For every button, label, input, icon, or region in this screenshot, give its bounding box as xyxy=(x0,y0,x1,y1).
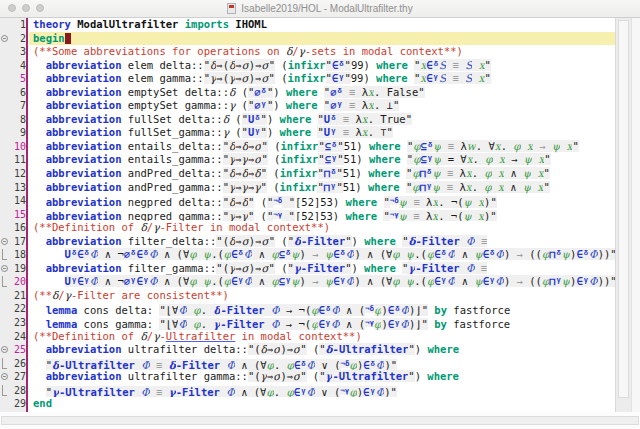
code-token: ≡ xyxy=(150,386,169,398)
code-token: " xyxy=(384,196,390,208)
code-token: ψ xyxy=(291,248,299,260)
fold-continuation-icon[interactable] xyxy=(2,358,7,369)
fold-continuation-icon[interactable] xyxy=(2,249,7,260)
code-line[interactable]: 19 abbreviation filter_gamma::"(γ⇒σ)⇒σ" … xyxy=(0,262,615,276)
fold-continuation-icon[interactable] xyxy=(2,385,7,396)
code-token: ) xyxy=(381,318,387,330)
code-text[interactable]: abbreviation negpred_gamma::"γ⇒γ" ("¬γ_"… xyxy=(29,208,615,222)
code-text[interactable]: abbreviation fullSet delta::δ ("Uᵟ") whe… xyxy=(29,113,615,127)
code-text[interactable]: begin xyxy=(29,32,615,46)
code-text[interactable]: abbreviation filter_gamma::"(γ⇒σ)⇒σ" ("γ… xyxy=(29,262,615,276)
code-line[interactable]: 3(**Some abbreviations for operations on… xyxy=(0,45,615,59)
code-line[interactable]: 4 abbreviation elem delta::"δ⇒(δ⇒σ)⇒σ" (… xyxy=(0,59,615,73)
code-text[interactable]: "γ-Ultrafilter Φ ≡ γ-Filter Φ ∧ (∀φ. φ∈ᵞ… xyxy=(29,384,615,398)
fold-open-icon[interactable] xyxy=(1,35,8,42)
code-line[interactable]: 11 abbreviation entails_gamma::"γ⇒γ⇒σ" (… xyxy=(0,153,615,167)
vertical-scrollbar[interactable] xyxy=(615,18,631,412)
code-text[interactable]: abbreviation entails_gamma::"γ⇒γ⇒σ" (inf… xyxy=(29,153,615,167)
code-text[interactable]: abbreviation elem delta::"δ⇒(δ⇒σ)⇒σ" (in… xyxy=(29,59,615,73)
code-line[interactable]: 2begin xyxy=(0,32,615,46)
horizontal-scrollbar-track[interactable] xyxy=(1,416,639,425)
code-text[interactable]: lemma cons delta: "⌊∀Φ φ. δ-Filter Φ → ¬… xyxy=(29,302,615,316)
code-text[interactable]: Uᵟ∈ᵟΦ ∧ ¬∅ᵟ∈ᵟΦ ∧ (∀φ ψ.(φ∈ᵟΦ ∧ φ⊆ᵟψ) → ψ… xyxy=(29,248,615,262)
code-text[interactable]: Uᵞ∈ᵞΦ ∧ ¬∅ᵞ∈ᵞΦ ∧ (∀φ ψ.(φ∈ᵞΦ ∧ φ⊆ᵞψ) → ψ… xyxy=(29,275,615,289)
code-line[interactable]: 29end xyxy=(0,397,615,411)
code-line[interactable]: 21(**δ/γ-Filter are consistent**) xyxy=(0,289,615,303)
fold-continuation-icon[interactable] xyxy=(2,276,7,287)
close-button[interactable] xyxy=(8,4,16,12)
code-line[interactable]: 28 "γ-Ultrafilter Φ ≡ γ-Filter Φ ∧ (∀φ. … xyxy=(0,384,615,398)
minimize-button[interactable] xyxy=(22,4,30,12)
code-text[interactable]: abbreviation andPred_gamma::"γ⇒γ⇒γ" (inf… xyxy=(29,181,615,195)
code-line[interactable]: 6 abbreviation emptySet delta::δ ("∅ᵟ") … xyxy=(0,86,615,100)
code-text[interactable]: abbreviation andPred_delta::"δ⇒δ⇒δ" (inf… xyxy=(29,167,615,181)
code-text[interactable]: (**δ/γ-Filter are consistent**) xyxy=(29,289,615,303)
code-text[interactable]: lemma cons gamma: "⌊∀Φ φ. γ-Filter Φ → ¬… xyxy=(29,316,615,330)
code-token: x xyxy=(479,72,485,84)
code-token: δ xyxy=(52,359,59,371)
code-line[interactable]: 12 abbreviation andPred_delta::"δ⇒δ⇒δ" (… xyxy=(0,167,615,181)
code-token xyxy=(400,181,406,193)
fold-open-icon[interactable] xyxy=(1,238,8,245)
code-token: Uᵟ xyxy=(248,113,261,125)
code-token: Uᵞ xyxy=(324,126,337,138)
code-token: ∈ᵞ xyxy=(363,386,376,398)
fold-open-icon[interactable] xyxy=(1,373,8,380)
code-line[interactable]: 16(**Definition of δ/γ-Filter in modal c… xyxy=(0,221,615,235)
code-line[interactable]: 17 abbreviation filter_delta::"(δ⇒σ)⇒σ" … xyxy=(0,235,615,249)
code-token: φ xyxy=(412,167,419,179)
fold-open-icon[interactable] xyxy=(1,346,8,353)
code-line[interactable]: 9 abbreviation fullSet_gamma::γ ("Uᵞ") w… xyxy=(0,126,615,140)
horizontal-scrollbar[interactable] xyxy=(0,412,640,429)
code-line[interactable]: 8 abbreviation fullSet delta::δ ("Uᵟ") w… xyxy=(0,113,615,127)
code-line[interactable]: 27 abbreviation ultrafilter gamma::"(γ⇒σ… xyxy=(0,370,615,384)
code-text[interactable]: abbreviation emptySet delta::δ ("∅ᵟ") wh… xyxy=(29,86,615,100)
code-text[interactable]: abbreviation entails_delta::"δ⇒δ⇒σ" (inf… xyxy=(29,140,615,154)
code-text[interactable]: "δ-Ultrafilter Φ ≡ δ-Filter Φ ∧ (∀φ. φ∈ᵟ… xyxy=(29,357,615,371)
fold-column xyxy=(0,86,9,100)
code-line[interactable]: 23 lemma cons gamma: "⌊∀Φ φ. γ-Filter Φ … xyxy=(0,316,615,330)
code-text[interactable]: abbreviation emptySet gamma::γ ("∅ᵞ") wh… xyxy=(29,99,615,113)
code-token: )⇒ xyxy=(280,343,293,355)
code-line[interactable]: 22 lemma cons delta: "⌊∀Φ φ. δ-Filter Φ … xyxy=(0,302,615,316)
code-text[interactable]: abbreviation fullSet_gamma::γ ("Uᵞ") whe… xyxy=(29,126,615,140)
code-token: where xyxy=(369,153,401,165)
code-token: ⇒( xyxy=(216,72,229,84)
code-token: Φ xyxy=(376,386,385,398)
code-line[interactable]: 20 Uᵞ∈ᵞΦ ∧ ¬∅ᵞ∈ᵞΦ ∧ (∀φ ψ.(φ∈ᵞΦ ∧ φ⊆ᵞψ) … xyxy=(0,275,615,289)
code-line[interactable]: 26 "δ-Ultrafilter Φ ≡ δ-Filter Φ ∧ (∀φ. … xyxy=(0,357,615,371)
text-editor[interactable]: 1theory ModalUltrafilter imports IHOML2b… xyxy=(0,18,615,412)
fold-column xyxy=(0,45,9,59)
code-token: ∅ᵟ xyxy=(254,86,267,98)
code-line[interactable]: 14 abbreviation negpred_delta::"δ⇒δ" ("¬… xyxy=(0,194,615,208)
code-text[interactable]: (**Definition of δ/γ-Ultrafilter in moda… xyxy=(29,330,615,344)
code-line[interactable]: 7 abbreviation emptySet gamma::γ ("∅ᵞ") … xyxy=(0,99,615,113)
code-text[interactable]: abbreviation ultrafilter gamma::"(γ⇒σ)⇒σ… xyxy=(29,370,615,384)
code-token xyxy=(33,59,46,71)
code-text[interactable]: abbreviation negpred_delta::"δ⇒δ" ("¬δ_"… xyxy=(29,194,615,208)
code-line[interactable]: 13 abbreviation andPred_gamma::"γ⇒γ⇒γ" (… xyxy=(0,181,615,195)
code-line[interactable]: 15 abbreviation negpred_gamma::"γ⇒γ" ("¬… xyxy=(0,208,615,222)
code-text[interactable]: (**Some abbreviations for operations on … xyxy=(29,45,615,59)
code-line[interactable]: 24(**Definition of δ/γ-Ultrafilter in mo… xyxy=(0,330,615,344)
fold-open-icon[interactable] xyxy=(1,265,8,272)
code-line[interactable]: 25 abbreviation ultrafilter delta::"(δ⇒σ… xyxy=(0,343,615,357)
code-text[interactable]: abbreviation ultrafilter delta::"(δ⇒σ)⇒σ… xyxy=(29,343,615,357)
code-token: abbreviation xyxy=(46,86,122,98)
code-text[interactable]: (**Definition of δ/γ-Filter in modal con… xyxy=(29,221,615,235)
code-token: ∈ᵞ xyxy=(294,386,307,398)
code-line[interactable]: 1theory ModalUltrafilter imports IHOML xyxy=(0,18,615,32)
code-text[interactable]: theory ModalUltrafilter imports IHOML xyxy=(29,18,615,32)
code-line[interactable]: 5 abbreviation elem gamma::"γ⇒(γ⇒σ)⇒σ" (… xyxy=(0,72,615,86)
code-line[interactable]: 18 Uᵟ∈ᵟΦ ∧ ¬∅ᵟ∈ᵟΦ ∧ (∀φ ψ.(φ∈ᵟΦ ∧ φ⊆ᵟψ) … xyxy=(0,248,615,262)
code-token: elem gamma:: xyxy=(122,72,204,84)
code-text[interactable]: abbreviation filter_delta::"(δ⇒σ)⇒σ" ("δ… xyxy=(29,235,615,249)
zoom-button[interactable] xyxy=(36,4,44,12)
titlebar[interactable]: Isabelle2019/HOL - ModalUltrafilter.thy xyxy=(0,0,640,18)
code-text[interactable]: end xyxy=(29,397,615,411)
code-line[interactable]: 10 abbreviation entails_delta::"δ⇒δ⇒σ" (… xyxy=(0,140,615,154)
code-token: ∈ᵟ xyxy=(319,304,332,316)
vertical-scrollbar-thumb[interactable] xyxy=(618,20,629,398)
code-text[interactable]: abbreviation elem gamma::"γ⇒(γ⇒σ)⇒σ" (in… xyxy=(29,72,615,86)
code-token: φ xyxy=(189,275,196,287)
